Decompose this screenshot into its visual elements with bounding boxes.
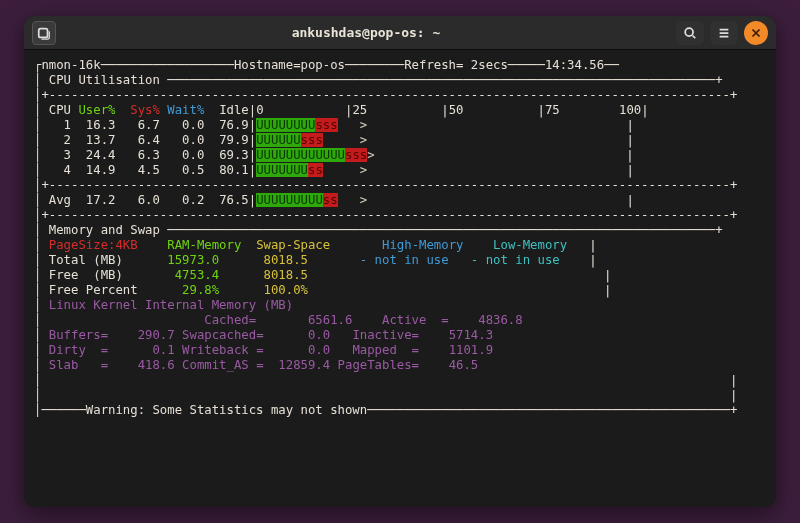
cpu-bar-user: UUUUUUUU xyxy=(256,118,315,132)
terminal-window: ankushdas@pop-os: ~ ┌nmon-16k───────────… xyxy=(24,16,776,507)
titlebar[interactable]: ankushdas@pop-os: ~ xyxy=(24,16,776,50)
cpu-bar-sys: ss xyxy=(323,193,338,207)
cpu-bar-sys: sss xyxy=(315,118,337,132)
cpu-bar-user: UUUUUU xyxy=(256,133,300,147)
search-button[interactable] xyxy=(676,21,704,45)
cpu-bar-sys: sss xyxy=(345,148,367,162)
window-title: ankushdas@pop-os: ~ xyxy=(62,25,670,40)
plus-tab-icon xyxy=(37,26,51,40)
cpu-bar-user: UUUUUUU xyxy=(256,163,308,177)
close-icon xyxy=(749,26,763,40)
terminal-output[interactable]: ┌nmon-16k──────────────────Hostname=pop-… xyxy=(24,50,776,424)
menu-button[interactable] xyxy=(710,21,738,45)
svg-point-1 xyxy=(685,28,693,36)
cpu-bar-sys: sss xyxy=(301,133,323,147)
hamburger-icon xyxy=(717,26,731,40)
new-tab-button[interactable] xyxy=(32,21,56,45)
svg-rect-0 xyxy=(39,28,48,37)
close-button[interactable] xyxy=(744,21,768,45)
search-icon xyxy=(683,26,697,40)
cpu-bar-user: UUUUUUUUUUUU xyxy=(256,148,345,162)
cpu-bar-sys: ss xyxy=(308,163,323,177)
cpu-bar-user: UUUUUUUUU xyxy=(256,193,323,207)
